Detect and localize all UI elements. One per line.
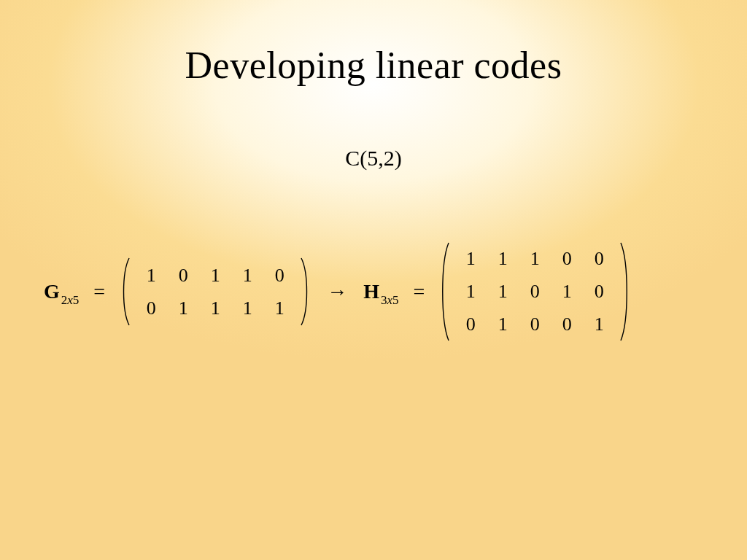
h-sub-b: 5 xyxy=(392,293,399,307)
g-symbol: G xyxy=(44,280,60,303)
g-sub-b: 5 xyxy=(73,293,80,307)
cell: 1 xyxy=(530,248,540,270)
cell: 1 xyxy=(498,314,508,335)
cell: 1 xyxy=(466,281,476,303)
right-paren-icon xyxy=(619,241,630,343)
cell: 1 xyxy=(562,281,572,303)
left-paren-icon xyxy=(439,241,451,343)
h-sub-x: x xyxy=(387,293,392,307)
cell: 0 xyxy=(275,265,285,287)
cell: 1 xyxy=(211,298,220,319)
cell: 1 xyxy=(147,265,156,287)
cell: 0 xyxy=(562,248,572,270)
equals-sign: = xyxy=(93,280,105,303)
cell: 1 xyxy=(243,298,252,319)
generator-label: G 2x5 xyxy=(44,280,79,303)
cell: 1 xyxy=(275,298,285,319)
slide: Developing linear codes C(5,2) G 2x5 = 1… xyxy=(0,0,747,560)
cell: 1 xyxy=(243,265,252,287)
cell: 0 xyxy=(595,248,604,270)
equals-sign: = xyxy=(413,280,425,303)
g-matrix: 1 0 1 1 0 0 1 1 1 1 xyxy=(120,257,311,327)
left-paren-icon xyxy=(120,257,131,327)
cell: 1 xyxy=(179,298,188,319)
equation-row: G 2x5 = 1 0 1 1 0 0 1 1 1 1 xyxy=(44,241,703,343)
cell: 1 xyxy=(498,281,508,303)
cell: 1 xyxy=(211,265,220,287)
right-paren-icon xyxy=(299,257,311,327)
cell: 0 xyxy=(595,281,604,303)
h-symbol: H xyxy=(363,280,379,303)
arrow-icon: → xyxy=(327,280,347,303)
code-label: C(5,2) xyxy=(0,146,747,171)
g-sub-a: 2 xyxy=(61,293,68,307)
g-matrix-cells: 1 0 1 1 0 0 1 1 1 1 xyxy=(131,257,299,327)
g-subscript: 2x5 xyxy=(61,293,80,308)
h-matrix: 1 1 1 0 0 1 1 0 1 0 0 1 0 0 1 xyxy=(439,241,630,343)
h-matrix-cells: 1 1 1 0 0 1 1 0 1 0 0 1 0 0 1 xyxy=(451,241,619,343)
h-subscript: 3x5 xyxy=(381,293,399,308)
g-sub-x: x xyxy=(67,293,73,307)
parity-label: H 3x5 xyxy=(363,280,398,303)
cell: 0 xyxy=(530,314,540,335)
cell: 1 xyxy=(595,314,604,335)
slide-title: Developing linear codes xyxy=(0,44,747,87)
cell: 0 xyxy=(147,298,156,319)
cell: 0 xyxy=(562,314,572,335)
cell: 0 xyxy=(530,281,540,303)
cell: 1 xyxy=(498,248,508,270)
cell: 1 xyxy=(466,248,476,270)
cell: 0 xyxy=(466,314,476,335)
cell: 0 xyxy=(179,265,188,287)
